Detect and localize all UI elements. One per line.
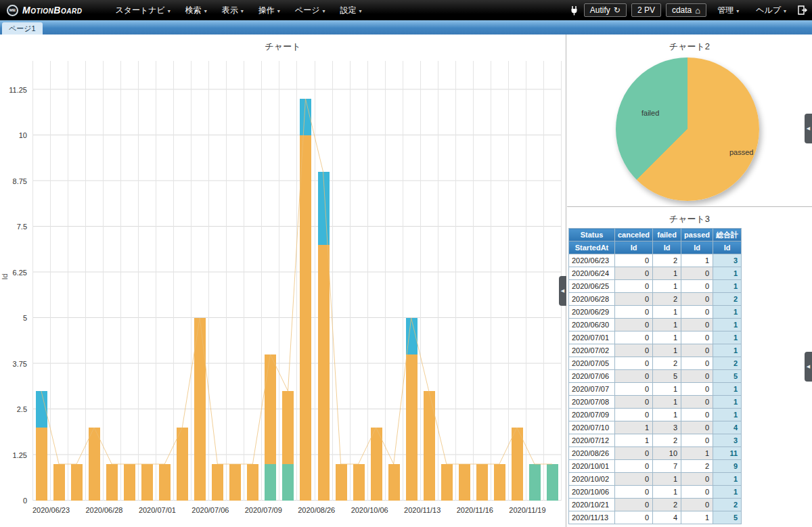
- caret-down-icon: [781, 5, 786, 15]
- table-row[interactable]: 2020/11/130415: [569, 511, 742, 524]
- x-tick-label: [229, 506, 237, 514]
- table-row[interactable]: 2020/08/26010111: [569, 447, 742, 460]
- bar-2020-11-16[interactable]: [459, 464, 470, 501]
- table-row[interactable]: 2020/07/050202: [569, 357, 742, 370]
- bar-2020-11-14[interactable]: [424, 391, 435, 501]
- x-tick-label: 2020/08/26: [298, 506, 335, 514]
- bar-2020-07-09[interactable]: [247, 464, 258, 501]
- bar-2020-11-17[interactable]: [476, 464, 488, 501]
- menu-operation[interactable]: 操作: [252, 0, 286, 20]
- bar-2020-10-02[interactable]: [336, 464, 347, 501]
- pie-label-failed: failed: [641, 109, 659, 117]
- bar-2020-07-07[interactable]: [212, 464, 223, 501]
- bar-2020-07-10[interactable]: [265, 354, 276, 501]
- pie-chart-title: チャート2: [567, 41, 812, 53]
- app-logo[interactable]: MB MotionBoard: [0, 0, 99, 20]
- value-cell: 0: [681, 344, 713, 357]
- bar-2020-10-01[interactable]: [318, 172, 330, 501]
- logout-icon[interactable]: [797, 5, 808, 16]
- date-cell: 2020/07/05: [569, 357, 615, 370]
- bar-2020-06-28[interactable]: [89, 428, 100, 501]
- caret-down-icon: [238, 5, 244, 15]
- panel-collapse-handle[interactable]: ◀: [805, 352, 812, 382]
- bar-2020-07-01[interactable]: [141, 464, 153, 501]
- date-cell: 2020/10/21: [569, 499, 615, 511]
- table-row[interactable]: 2020/06/240101: [569, 267, 742, 280]
- caret-down-icon: [356, 5, 361, 15]
- bar-2020-07-05[interactable]: [177, 428, 188, 501]
- table-title: チャート3: [567, 213, 812, 225]
- table-row[interactable]: 2020/07/101304: [569, 421, 742, 434]
- table-row[interactable]: 2020/07/121203: [569, 434, 742, 447]
- table-row[interactable]: 2020/10/060101: [569, 486, 742, 499]
- value-cell: 0: [615, 511, 653, 524]
- pv-counter: 2 PV: [631, 3, 661, 17]
- pie-chart[interactable]: passed failed: [616, 58, 759, 201]
- admin-menu[interactable]: 管理: [711, 0, 745, 20]
- bar-2020-11-20[interactable]: [529, 464, 541, 501]
- x-tick-label: 2020/10/06: [351, 506, 388, 514]
- plug-icon[interactable]: [569, 5, 579, 16]
- table-row[interactable]: 2020/10/020101: [569, 473, 742, 486]
- table-row[interactable]: 2020/07/080101: [569, 396, 742, 409]
- bar-2020-06-29[interactable]: [106, 464, 118, 501]
- bar-2020-07-06[interactable]: [194, 318, 206, 501]
- tab-page1[interactable]: ページ1: [2, 22, 43, 35]
- menu-page[interactable]: ページ: [289, 0, 332, 20]
- bar-2020-11-13[interactable]: [406, 318, 418, 501]
- bar-2020-07-08[interactable]: [229, 464, 241, 501]
- bar-segment-failed: [124, 464, 135, 501]
- table-row[interactable]: 2020/06/280202: [569, 293, 742, 306]
- table-row[interactable]: 2020/07/010101: [569, 331, 742, 344]
- menu-start-navi[interactable]: スタートナビ: [109, 0, 176, 20]
- bar-2020-07-12[interactable]: [282, 391, 294, 501]
- bar-2020-11-19[interactable]: [512, 428, 523, 501]
- y-tick-label: 5: [23, 314, 27, 322]
- panel-collapse-handle[interactable]: ◀: [559, 276, 566, 306]
- value-cell: 0: [681, 306, 713, 319]
- table-row[interactable]: 2020/07/070101: [569, 383, 742, 396]
- menu-display[interactable]: 表示: [216, 0, 250, 20]
- bar-2020-06-23[interactable]: [36, 391, 47, 501]
- bar-2020-11-15[interactable]: [441, 464, 453, 501]
- bar-plot[interactable]: [32, 61, 562, 501]
- x-tick-label: [184, 506, 192, 514]
- y-tick-label: 6.25: [13, 269, 27, 277]
- table-row[interactable]: 2020/07/060505: [569, 370, 742, 383]
- table-row[interactable]: 2020/06/290101: [569, 306, 742, 319]
- table-row[interactable]: 2020/10/010729: [569, 460, 742, 473]
- panel-collapse-handle[interactable]: ◀: [805, 114, 812, 143]
- menu-settings[interactable]: 設定: [334, 0, 367, 20]
- menu-search[interactable]: 検索: [179, 0, 213, 20]
- table-row[interactable]: 2020/06/300101: [569, 319, 742, 331]
- date-cell: 2020/10/06: [569, 486, 615, 499]
- bar-2020-06-30[interactable]: [124, 464, 135, 501]
- bar-2020-11-18[interactable]: [494, 464, 505, 501]
- x-tick-label: [282, 506, 290, 514]
- value-cell: 0: [615, 447, 653, 460]
- bar-2020-06-24[interactable]: [53, 464, 65, 501]
- table-row[interactable]: 2020/07/020101: [569, 344, 742, 357]
- bar-2020-10-06[interactable]: [353, 464, 365, 501]
- bar-2020-06-25[interactable]: [71, 464, 83, 501]
- value-cell: 1: [653, 409, 681, 421]
- y-tick-label: 10: [19, 131, 27, 139]
- bar-2020-11-12[interactable]: [388, 464, 400, 501]
- bar-2020-08-26[interactable]: [300, 99, 311, 501]
- cdata-home-button[interactable]: cdata ⌂: [666, 3, 706, 17]
- value-cell: 0: [615, 344, 653, 357]
- help-menu[interactable]: ヘルプ: [750, 0, 792, 20]
- value-cell: 1: [653, 331, 681, 344]
- x-tick-label: 2020/11/19: [509, 506, 545, 514]
- table-row[interactable]: 2020/10/210202: [569, 499, 742, 511]
- value-cell: 0: [615, 409, 653, 421]
- bar-2020-10-21[interactable]: [371, 428, 382, 501]
- bar-2020-07-02[interactable]: [159, 464, 171, 501]
- table-row[interactable]: 2020/06/250101: [569, 280, 742, 293]
- app-title: MotionBoard: [22, 5, 82, 16]
- autify-button[interactable]: Autify ↻: [584, 3, 627, 17]
- bar-segment-failed: [229, 464, 241, 501]
- table-row[interactable]: 2020/07/090101: [569, 409, 742, 421]
- bar-2020-11-21[interactable]: [547, 464, 558, 501]
- table-row[interactable]: 2020/06/230213: [569, 254, 742, 267]
